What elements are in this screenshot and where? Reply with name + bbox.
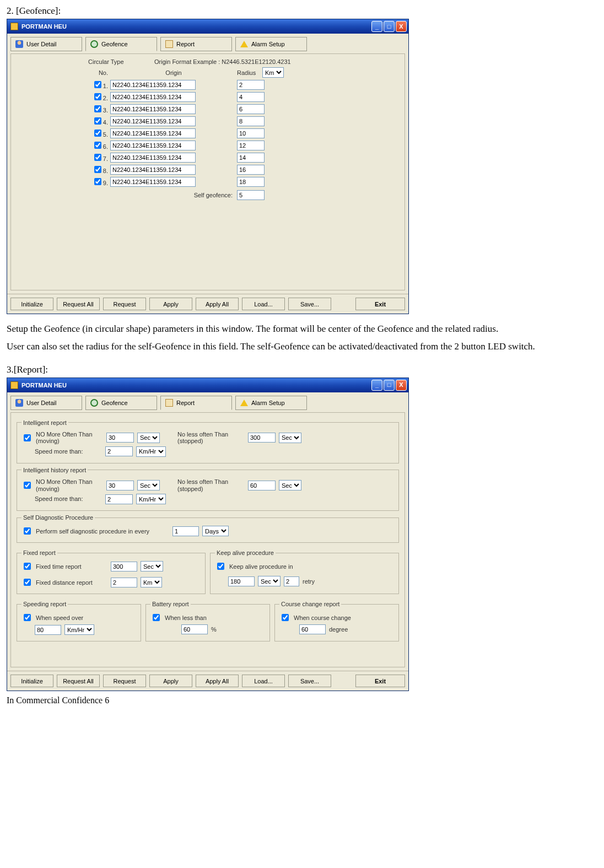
exit-button[interactable]: Exit	[355, 675, 405, 687]
initialize-button[interactable]: Initialize	[10, 675, 53, 687]
intelhist-nomore-input[interactable]	[106, 481, 134, 490]
geofence-radius-input[interactable]	[237, 165, 265, 175]
apply-all-button[interactable]: Apply All	[196, 298, 239, 310]
close-button[interactable]: X	[396, 380, 407, 391]
course-checkbox[interactable]	[282, 614, 289, 621]
apply-button[interactable]: Apply	[149, 298, 192, 310]
tab-geofence[interactable]: Geofence	[85, 37, 157, 51]
geofence-row: 3.	[88, 104, 399, 114]
exit-button[interactable]: Exit	[355, 298, 405, 310]
close-button[interactable]: X	[396, 21, 407, 32]
geofence-row-checkbox[interactable]	[94, 166, 101, 173]
geofence-row: 8.	[88, 164, 399, 175]
tab-geofence[interactable]: Geofence	[85, 396, 157, 410]
keepalive-unit[interactable]: Sec	[258, 576, 281, 586]
intel-nomore-input[interactable]	[106, 433, 134, 443]
intel-noless-input[interactable]	[248, 433, 276, 443]
geofence-row-checkbox[interactable]	[94, 154, 101, 161]
intelhist-noless-unit[interactable]: Sec	[279, 480, 301, 490]
intel-speed-input[interactable]	[105, 446, 133, 456]
minimize-button[interactable]: _	[371, 21, 382, 32]
geofence-radius-input[interactable]	[237, 128, 265, 138]
geofence-row-checkbox[interactable]	[94, 178, 101, 185]
request-button[interactable]: Request	[103, 675, 146, 687]
intelhist-nomore-unit[interactable]: Sec	[137, 480, 160, 490]
speeding-input[interactable]	[35, 625, 61, 635]
geofence-origin-input[interactable]	[110, 153, 196, 163]
fixed-dist-unit[interactable]: Km	[141, 577, 162, 587]
save-button[interactable]: Save...	[288, 675, 331, 687]
self-geofence-input[interactable]	[237, 190, 265, 200]
keepalive-input[interactable]	[228, 576, 255, 586]
intelhist-enable-checkbox[interactable]	[24, 482, 31, 489]
keepalive-retry-input[interactable]	[284, 576, 299, 586]
selfdiag-unit[interactable]: Days	[202, 526, 229, 536]
maximize-button[interactable]: □	[384, 380, 395, 391]
intel-enable-checkbox[interactable]	[24, 434, 31, 441]
speeding-unit[interactable]: Km/Hr	[64, 624, 94, 635]
geofence-origin-input[interactable]	[110, 92, 196, 102]
tab-user-detail[interactable]: User Detail	[10, 37, 82, 51]
geofence-radius-input[interactable]	[237, 92, 265, 102]
geofence-origin-input[interactable]	[110, 165, 196, 175]
intel-speed-unit[interactable]: Km/Hr	[136, 446, 166, 457]
geofence-description-2: User can also set the radius for the sel…	[7, 339, 597, 354]
intelhist-speed-input[interactable]	[105, 494, 133, 504]
load-button[interactable]: Load...	[242, 298, 285, 310]
maximize-button[interactable]: □	[384, 21, 395, 32]
selfdiag-input[interactable]	[172, 526, 199, 536]
fixed-time-checkbox[interactable]	[24, 563, 31, 570]
tab-user-detail[interactable]: User Detail	[10, 396, 82, 410]
intelhist-noless-input[interactable]	[248, 481, 276, 490]
geofence-row-number: 5.	[103, 131, 108, 138]
geofence-origin-input[interactable]	[110, 177, 196, 187]
keepalive-checkbox[interactable]	[217, 563, 224, 570]
selfdiag-enable-checkbox[interactable]	[24, 527, 31, 535]
geofence-origin-input[interactable]	[110, 116, 196, 126]
geofence-radius-input[interactable]	[237, 104, 265, 114]
initialize-button[interactable]: Initialize	[10, 298, 53, 310]
minimize-button[interactable]: _	[371, 380, 382, 391]
geofence-window: PORTMAN HEU _ □ X User Detail Geofence R…	[7, 19, 409, 314]
radius-unit-select[interactable]: Km	[262, 67, 284, 78]
geofence-radius-input[interactable]	[237, 153, 265, 163]
geofence-radius-input[interactable]	[237, 177, 265, 187]
apply-button[interactable]: Apply	[149, 675, 192, 687]
battery-input[interactable]	[181, 624, 208, 634]
geofence-origin-input[interactable]	[110, 80, 196, 90]
geofence-radius-input[interactable]	[237, 80, 265, 90]
load-button[interactable]: Load...	[242, 675, 285, 687]
tab-report[interactable]: Report	[160, 37, 232, 51]
geofence-radius-input[interactable]	[237, 141, 265, 150]
tab-alarm-setup[interactable]: Alarm Setup	[235, 396, 307, 410]
geofence-row-number: 4.	[103, 119, 108, 126]
geofence-origin-input[interactable]	[110, 141, 196, 150]
geofence-origin-input[interactable]	[110, 104, 196, 114]
fixed-dist-checkbox[interactable]	[24, 579, 31, 586]
fixed-dist-input[interactable]	[111, 578, 137, 587]
geofence-row-checkbox[interactable]	[94, 81, 101, 88]
apply-all-button[interactable]: Apply All	[196, 675, 239, 687]
fixed-time-unit[interactable]: Sec	[141, 561, 163, 572]
battery-checkbox[interactable]	[153, 614, 160, 621]
geofence-row-checkbox[interactable]	[94, 117, 101, 125]
intel-nomore-unit[interactable]: Sec	[137, 433, 160, 443]
tab-alarm-setup[interactable]: Alarm Setup	[235, 37, 307, 51]
fixed-time-input[interactable]	[111, 562, 137, 572]
request-all-button[interactable]: Request All	[57, 298, 100, 310]
geofence-row-checkbox[interactable]	[94, 105, 101, 112]
request-button[interactable]: Request	[103, 298, 146, 310]
geofence-row-checkbox[interactable]	[94, 142, 101, 149]
intelhist-speed-unit[interactable]: Km/Hr	[136, 494, 166, 504]
toolbar: User Detail Geofence Report Alarm Setup	[7, 392, 408, 410]
geofence-row-checkbox[interactable]	[94, 130, 101, 137]
request-all-button[interactable]: Request All	[57, 675, 100, 687]
tab-report[interactable]: Report	[160, 396, 232, 410]
save-button[interactable]: Save...	[288, 298, 331, 310]
intel-noless-unit[interactable]: Sec	[279, 433, 301, 443]
geofence-radius-input[interactable]	[237, 116, 265, 126]
course-input[interactable]	[299, 624, 326, 634]
geofence-origin-input[interactable]	[110, 128, 196, 138]
speeding-checkbox[interactable]	[24, 614, 31, 621]
geofence-row-checkbox[interactable]	[94, 93, 101, 100]
